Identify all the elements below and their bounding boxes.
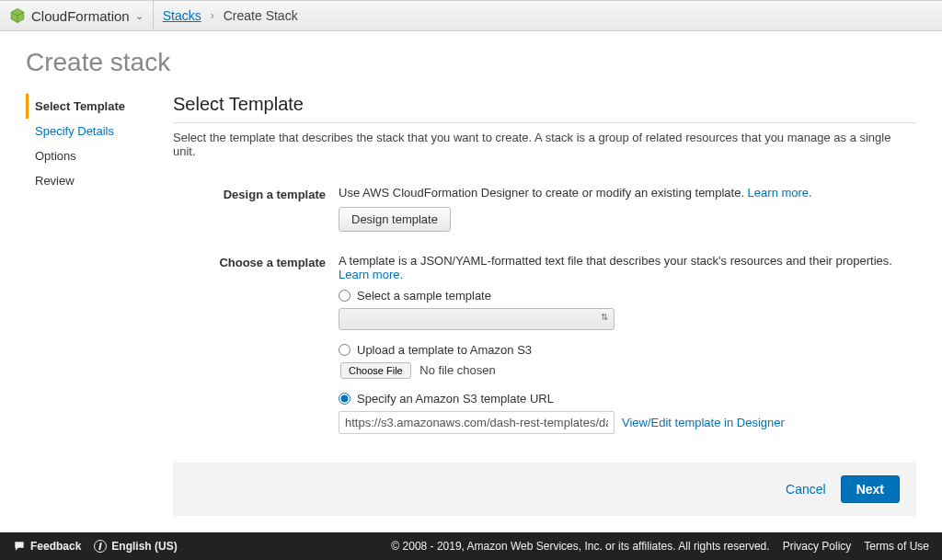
page-title: Create stack	[26, 48, 916, 77]
speech-bubble-icon	[13, 540, 26, 553]
radio-block-sample: Select a sample template	[339, 289, 916, 330]
two-column-layout: Select Template Specify Details Options …	[26, 94, 916, 456]
cloudformation-icon	[9, 7, 26, 24]
radio-row-upload[interactable]: Upload a template to Amazon S3	[339, 343, 916, 357]
breadcrumb-create-stack: Create Stack	[214, 8, 307, 23]
view-edit-designer-link[interactable]: View/Edit template in Designer	[622, 416, 785, 429]
choose-desc-text: A template is a JSON/YAML-formatted text…	[339, 254, 892, 268]
service-name: CloudFormation	[31, 8, 130, 24]
radio-row-url[interactable]: Specify an Amazon S3 template URL	[339, 392, 916, 406]
choose-template-desc: A template is a JSON/YAML-formatted text…	[339, 254, 916, 281]
design-template-desc: Use AWS CloudFormation Designer to creat…	[339, 186, 916, 200]
choose-learn-more-link[interactable]: Learn more.	[339, 268, 403, 281]
design-template-button[interactable]: Design template	[339, 207, 451, 232]
step-select-template[interactable]: Select Template	[26, 94, 173, 119]
radio-sample[interactable]	[339, 290, 350, 302]
design-template-label: Design a template	[173, 186, 339, 201]
main-panel: Select Template Select the template that…	[173, 94, 916, 456]
privacy-policy-link[interactable]: Privacy Policy	[783, 540, 852, 553]
radio-upload[interactable]	[339, 344, 350, 356]
radio-sample-label: Select a sample template	[357, 289, 491, 303]
breadcrumb-stacks[interactable]: Stacks	[154, 8, 211, 23]
globe-icon	[94, 540, 107, 553]
terms-of-use-link[interactable]: Terms of Use	[864, 540, 929, 553]
wizard-steps-sidebar: Select Template Specify Details Options …	[26, 94, 173, 193]
feedback-link[interactable]: Feedback	[13, 540, 81, 553]
copyright-text: © 2008 - 2019, Amazon Web Services, Inc.…	[391, 540, 769, 553]
footer-left: Feedback English (US)	[13, 540, 178, 553]
sample-template-select[interactable]	[339, 308, 615, 330]
language-selector[interactable]: English (US)	[94, 540, 177, 553]
global-footer: Feedback English (US) © 2008 - 2019, Ama…	[0, 532, 942, 560]
radio-url-label: Specify an Amazon S3 template URL	[357, 392, 554, 406]
design-learn-more-link[interactable]: Learn more.	[748, 186, 812, 200]
radio-block-upload: Upload a template to Amazon S3 Choose Fi…	[339, 343, 916, 379]
cancel-button[interactable]: Cancel	[786, 482, 826, 497]
wizard-actions-bar: Cancel Next	[173, 463, 916, 516]
section-heading: Select Template	[173, 94, 916, 123]
choose-template-label: Choose a template	[173, 254, 339, 269]
radio-upload-label: Upload a template to Amazon S3	[357, 343, 532, 357]
design-template-row: Design a template Use AWS CloudFormation…	[173, 186, 916, 232]
design-template-body: Use AWS CloudFormation Designer to creat…	[339, 186, 916, 232]
upload-file-line: Choose File No file chosen	[340, 362, 916, 379]
s3-url-input[interactable]	[339, 411, 615, 434]
step-specify-details[interactable]: Specify Details	[26, 119, 173, 143]
radio-row-sample[interactable]: Select a sample template	[339, 289, 916, 303]
radio-s3-url[interactable]	[339, 393, 350, 405]
step-options[interactable]: Options	[26, 143, 173, 168]
radio-block-url: Specify an Amazon S3 template URL View/E…	[339, 392, 916, 434]
choose-template-row: Choose a template A template is a JSON/Y…	[173, 254, 916, 434]
url-input-row: View/Edit template in Designer	[339, 411, 916, 434]
design-desc-text: Use AWS CloudFormation Designer to creat…	[339, 186, 748, 200]
choose-template-body: A template is a JSON/YAML-formatted text…	[339, 254, 916, 434]
next-button[interactable]: Next	[841, 475, 900, 503]
footer-right: © 2008 - 2019, Amazon Web Services, Inc.…	[391, 540, 929, 553]
top-nav-bar: CloudFormation ⌄ Stacks › Create Stack	[0, 0, 942, 31]
page-body: Create stack Select Template Specify Det…	[0, 31, 942, 456]
step-review[interactable]: Review	[26, 168, 173, 193]
no-file-chosen-label: No file chosen	[419, 363, 495, 377]
service-selector[interactable]: CloudFormation ⌄	[9, 1, 154, 30]
choose-file-button[interactable]: Choose File	[340, 362, 411, 379]
section-subtitle: Select the template that describes the s…	[173, 131, 916, 158]
chevron-down-icon: ⌄	[135, 10, 144, 22]
